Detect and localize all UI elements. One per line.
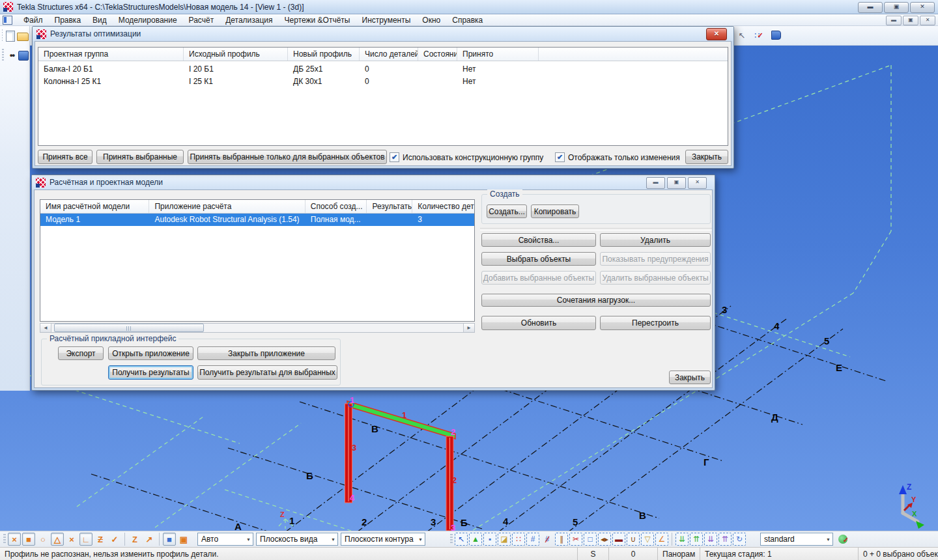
- checkbox-checked-icon[interactable]: ✔: [555, 152, 565, 162]
- add-selected-objects-button[interactable]: Добавить выбранные объекты: [481, 271, 596, 285]
- models-table[interactable]: Имя расчётной модели Приложение расчёта …: [40, 199, 475, 322]
- menu-analysis[interactable]: Расчёт: [183, 14, 220, 26]
- menu-modeling[interactable]: Моделирование: [113, 14, 183, 26]
- scrollbar-thumb[interactable]: [54, 324, 204, 332]
- column-header[interactable]: Результаты: [367, 200, 412, 213]
- select-views-icon[interactable]: □: [584, 533, 597, 546]
- ortho-icon[interactable]: Z: [128, 533, 141, 546]
- select-objects-in-assemblies-icon[interactable]: ⇈: [690, 533, 703, 546]
- menu-window[interactable]: Окно: [416, 14, 446, 26]
- column-header[interactable]: Имя расчётной модели: [40, 200, 149, 213]
- snap-free-icon[interactable]: ✓: [108, 533, 121, 546]
- update-button[interactable]: Обновить: [481, 316, 596, 330]
- toolbar-grip[interactable]: [3, 534, 6, 544]
- components-catalog-icon[interactable]: ✓: [836, 533, 849, 546]
- mdi-minimize-button[interactable]: ▬: [886, 16, 902, 25]
- select-surfaces-icon[interactable]: ◪: [498, 533, 511, 546]
- restore-button[interactable]: ▣: [884, 2, 909, 13]
- checkbox-checked-icon[interactable]: ✔: [390, 152, 399, 162]
- snap-points-icon[interactable]: △: [51, 533, 64, 546]
- binoculars-icon[interactable]: ●●: [7, 49, 16, 61]
- new-model-icon[interactable]: [6, 30, 15, 42]
- scroll-left-icon[interactable]: ◄: [40, 324, 51, 332]
- dialog-close-icon[interactable]: ✕: [706, 28, 727, 40]
- close-application-button[interactable]: Закрыть приложение: [197, 346, 335, 360]
- select-component-all-icon[interactable]: ⇈: [718, 533, 732, 546]
- dots-check-icon[interactable]: ∷✓: [752, 28, 766, 42]
- show-changes-only-checkbox[interactable]: ✔ Отображать только изменения: [555, 152, 680, 162]
- table-row-selected[interactable]: Модель 1 Autodesk Robot Structural Analy…: [40, 214, 474, 226]
- select-phases-icon[interactable]: ↻: [733, 533, 746, 546]
- menu-detailing[interactable]: Детализация: [220, 14, 278, 26]
- minimize-button[interactable]: ▬: [858, 2, 883, 13]
- accept-selected-objects-button[interactable]: Принять выбранные только для выбранных о…: [188, 150, 387, 164]
- use-design-group-checkbox[interactable]: ✔ Использовать конструкционную группу: [390, 152, 543, 162]
- blue-tool-icon[interactable]: [18, 49, 29, 61]
- rebuild-button[interactable]: Перестроить: [600, 316, 711, 330]
- open-application-button[interactable]: Открыть приложение: [108, 346, 193, 360]
- select-components-icon[interactable]: ▪: [483, 533, 496, 546]
- dialog-close-icon[interactable]: ✕: [688, 177, 707, 189]
- get-results-selected-button[interactable]: Получить результаты для выбранных: [197, 365, 337, 380]
- copy-button[interactable]: Копировать: [531, 204, 579, 218]
- horizontal-scrollbar[interactable]: ◄ ►: [40, 323, 475, 333]
- column-header[interactable]: Количество дета: [412, 200, 474, 213]
- select-welds-icon[interactable]: ∥: [555, 533, 568, 546]
- structure-frame[interactable]: [345, 401, 456, 531]
- table-row[interactable]: Колонна-I 25 К1 I 25 К1 ДК 30x1 0 Нет: [38, 76, 728, 88]
- menu-help[interactable]: Справка: [446, 14, 489, 26]
- select-parts-icon[interactable]: ▲: [469, 533, 482, 546]
- select-objects-button[interactable]: Выбрать объекты: [481, 252, 596, 266]
- select-rebars-icon[interactable]: ∪: [627, 533, 640, 546]
- select-assemblies-icon[interactable]: ⇊: [675, 533, 689, 546]
- accept-selected-button[interactable]: Принять выбранные: [96, 150, 184, 164]
- snap-reference-icon[interactable]: ×: [8, 533, 21, 546]
- beam[interactable]: [347, 401, 455, 439]
- optimization-dialog-titlebar[interactable]: Результаты оптимизации ✕: [33, 27, 733, 41]
- accept-all-button[interactable]: Принять все: [38, 150, 92, 164]
- column-header[interactable]: Приложение расчёта: [149, 200, 305, 213]
- selection-filter-dropdown[interactable]: standard▼: [760, 533, 833, 546]
- select-cuts-icon[interactable]: ✂: [569, 533, 582, 546]
- load-combinations-button[interactable]: Сочетания нагрузок...: [481, 294, 711, 307]
- toolbar-grip[interactable]: [2, 49, 4, 62]
- close-dialog-button[interactable]: Закрыть: [685, 150, 728, 164]
- select-bolts-icon[interactable]: ▬: [612, 533, 625, 546]
- optimization-table[interactable]: Проектная группа Исходный профиль Новый …: [38, 47, 728, 146]
- create-button[interactable]: Создать...: [487, 204, 527, 218]
- column-header[interactable]: Исходный профиль: [184, 48, 288, 61]
- remove-selected-objects-button[interactable]: Удалить выбранные объекты: [600, 271, 711, 285]
- contour-planes-dropdown[interactable]: Плоскости контура▼: [341, 533, 425, 546]
- snap-override-icon[interactable]: ▣: [177, 533, 190, 546]
- close-dialog-button[interactable]: Закрыть: [669, 371, 711, 384]
- toolbar-grip[interactable]: [2, 29, 3, 42]
- properties-button[interactable]: Свойства...: [481, 233, 596, 247]
- snap-mode-dropdown[interactable]: Авто▼: [197, 533, 253, 546]
- work-plane-dropdown[interactable]: Плоскость вида▼: [256, 533, 338, 546]
- snap-extension-icon[interactable]: Z: [94, 533, 107, 546]
- menu-edit[interactable]: Правка: [49, 14, 87, 26]
- select-grid-lines-icon[interactable]: #∕: [541, 533, 554, 546]
- column-header[interactable]: Проектная группа: [38, 48, 184, 61]
- get-results-button[interactable]: Получить результаты: [108, 365, 193, 380]
- snap-nearest-icon[interactable]: ○: [36, 533, 50, 546]
- select-distances-icon[interactable]: ∠: [655, 533, 668, 546]
- snap-perpendicular-icon[interactable]: ∟: [79, 533, 92, 546]
- relative-coords-icon[interactable]: ↗: [143, 533, 156, 546]
- select-points-icon[interactable]: ∷: [512, 533, 525, 546]
- select-planes-icon[interactable]: ▽: [641, 533, 654, 546]
- delete-button[interactable]: Удалить: [600, 233, 711, 247]
- mdi-close-button[interactable]: ✕: [920, 16, 935, 25]
- menu-view[interactable]: Вид: [87, 14, 113, 26]
- snap-intersection-icon[interactable]: ×: [65, 533, 78, 546]
- show-warnings-button[interactable]: Показывать предупреждения: [600, 252, 711, 266]
- dialog-minimize-button[interactable]: ▬: [646, 177, 665, 189]
- select-all-icon[interactable]: ↖: [455, 533, 468, 546]
- dialog-restore-button[interactable]: ▣: [667, 177, 686, 189]
- toolbar-grip[interactable]: [450, 534, 453, 544]
- table-row[interactable]: Балка-I 20 Б1 I 20 Б1 ДБ 25x1 0 Нет: [38, 63, 728, 76]
- menu-tools[interactable]: Инструменты: [356, 14, 417, 26]
- mdi-restore-button[interactable]: ▣: [903, 16, 918, 25]
- column-header[interactable]: Число деталей: [360, 48, 418, 61]
- menu-drawings-reports[interactable]: Чертежи &Отчёты: [279, 14, 356, 26]
